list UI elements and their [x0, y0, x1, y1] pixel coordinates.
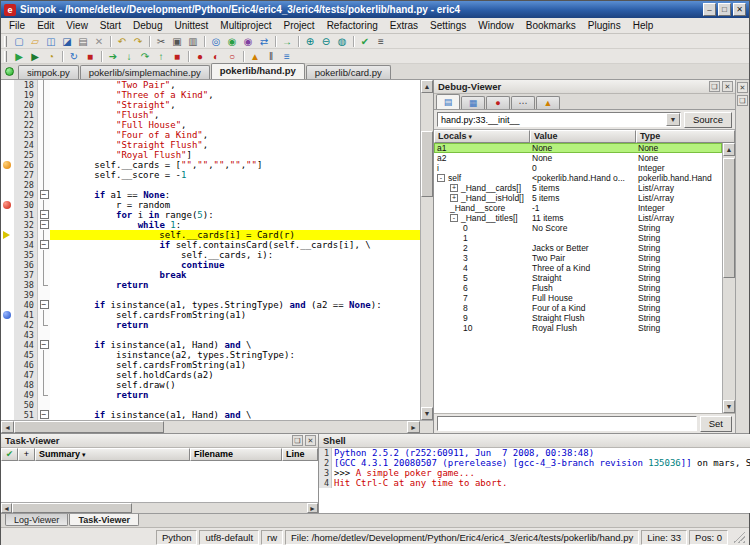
search-next-icon[interactable]: ◉: [225, 35, 239, 48]
task-horizontal-scrollbar[interactable]: ◄ ►: [1, 502, 318, 513]
code-text[interactable]: self.draw(): [50, 380, 420, 390]
fold-margin[interactable]: [38, 170, 50, 180]
call-trace-icon[interactable]: ≡: [280, 50, 294, 63]
line-number[interactable]: 37: [14, 270, 38, 280]
line-number[interactable]: 34: [14, 240, 38, 250]
breakpoints-tab[interactable]: ●: [486, 96, 510, 109]
code-text[interactable]: self.__cards, i):: [50, 250, 420, 260]
close-button[interactable]: ✕: [733, 3, 746, 16]
profile-script-icon[interactable]: ◔: [44, 50, 58, 63]
fold-margin[interactable]: −: [38, 240, 50, 250]
variable-row[interactable]: 8Four of a KindString: [434, 303, 722, 313]
fold-margin[interactable]: [38, 200, 50, 210]
code-text[interactable]: "Three of a Kind",: [50, 90, 420, 100]
marker-margin[interactable]: [1, 210, 14, 220]
debug-script-icon[interactable]: ▶: [28, 50, 42, 63]
marker-margin[interactable]: [1, 120, 14, 130]
replace-icon[interactable]: ⇄: [257, 35, 271, 48]
zoom-out-icon[interactable]: ⊖: [319, 35, 333, 48]
set-variable-input[interactable]: [437, 416, 697, 431]
fold-margin[interactable]: [38, 370, 50, 380]
fold-margin[interactable]: [38, 380, 50, 390]
marker-margin[interactable]: [1, 380, 14, 390]
tab-simpok-py[interactable]: simpok.py: [18, 65, 79, 79]
line-number[interactable]: 19: [14, 90, 38, 100]
globals-variables-tab[interactable]: ▦: [461, 96, 485, 109]
save-file-icon[interactable]: ◫: [44, 35, 58, 48]
code-text[interactable]: return: [50, 280, 420, 290]
task-list[interactable]: [1, 461, 318, 502]
line-number[interactable]: 48: [14, 380, 38, 390]
marker-margin[interactable]: [1, 170, 14, 180]
line-number[interactable]: 29: [14, 190, 38, 200]
code-text[interactable]: if isinstance(a1, Hand) and \: [50, 410, 420, 420]
step-over-icon[interactable]: ↷: [138, 50, 152, 63]
cut-icon[interactable]: ✂: [154, 35, 168, 48]
fold-margin[interactable]: [38, 390, 50, 400]
maximize-button[interactable]: □: [718, 3, 731, 16]
line-number[interactable]: 43: [14, 330, 38, 340]
fold-margin[interactable]: [38, 180, 50, 190]
priority-column-icon[interactable]: +: [18, 448, 35, 461]
fold-margin[interactable]: [38, 290, 50, 300]
line-number[interactable]: 47: [14, 370, 38, 380]
menu-refactoring[interactable]: Refactoring: [321, 19, 384, 32]
print-icon[interactable]: ▤: [76, 35, 90, 48]
line-number[interactable]: 21: [14, 110, 38, 120]
fold-collapse-icon[interactable]: −: [40, 190, 49, 199]
scroll-down-icon[interactable]: ▼: [723, 400, 735, 413]
editor-vertical-scrollbar[interactable]: ▲ ▼: [420, 80, 433, 420]
fold-margin[interactable]: [38, 80, 50, 90]
goto-line-icon[interactable]: →: [280, 35, 294, 48]
shell-line-text[interactable]: Python 2.5.2 (r252:60911, Jun 7 2008, 00…: [332, 448, 750, 458]
collapse-icon[interactable]: -: [450, 214, 458, 222]
line-number[interactable]: 36: [14, 260, 38, 270]
line-number[interactable]: 28: [14, 180, 38, 190]
fold-collapse-icon[interactable]: −: [40, 410, 49, 419]
menu-bookmarks[interactable]: Bookmarks: [520, 19, 582, 32]
step-out-icon[interactable]: ↑: [154, 50, 168, 63]
menu-debug[interactable]: Debug: [127, 19, 168, 32]
marker-margin[interactable]: [1, 310, 14, 320]
variable-row[interactable]: a2NoneNone: [434, 153, 722, 163]
menu-unittest[interactable]: Unittest: [168, 19, 214, 32]
marker-margin[interactable]: [1, 280, 14, 290]
column-header-filename[interactable]: Filename: [190, 448, 282, 461]
fold-margin[interactable]: [38, 310, 50, 320]
marker-margin[interactable]: [1, 350, 14, 360]
float-panel-button[interactable]: [292, 435, 303, 446]
code-text[interactable]: if self.containsCard(self.__cards[i], \: [50, 240, 420, 250]
marker-margin[interactable]: [1, 190, 14, 200]
redo-icon[interactable]: ↷: [131, 35, 145, 48]
fold-collapse-icon[interactable]: −: [40, 220, 49, 229]
marker-margin[interactable]: [1, 110, 14, 120]
line-number[interactable]: 39: [14, 290, 38, 300]
menu-start[interactable]: Start: [94, 19, 127, 32]
menu-window[interactable]: Window: [472, 19, 520, 32]
expand-icon[interactable]: +: [450, 194, 458, 202]
variable-row[interactable]: 5StraightString: [434, 273, 722, 283]
menu-settings[interactable]: Settings: [424, 19, 472, 32]
line-number[interactable]: 49: [14, 390, 38, 400]
set-button[interactable]: Set: [700, 416, 732, 432]
marker-margin[interactable]: [1, 240, 14, 250]
marker-margin[interactable]: [1, 250, 14, 260]
line-number[interactable]: 35: [14, 250, 38, 260]
variable-row[interactable]: 6FlushString: [434, 283, 722, 293]
code-text[interactable]: continue: [50, 260, 420, 270]
line-number[interactable]: 40: [14, 300, 38, 310]
variable-row[interactable]: 9Straight FlushString: [434, 313, 722, 323]
restart-icon[interactable]: ↻: [67, 50, 81, 63]
fold-margin[interactable]: [38, 110, 50, 120]
open-file-icon[interactable]: ▱: [28, 35, 42, 48]
fold-collapse-icon[interactable]: −: [40, 300, 49, 309]
scroll-track[interactable]: [723, 156, 735, 400]
menu-plugins[interactable]: Plugins: [582, 19, 627, 32]
collapse-icon[interactable]: -: [437, 174, 445, 182]
line-number[interactable]: 41: [14, 310, 38, 320]
dock-float-icon[interactable]: ❏: [737, 95, 748, 106]
menu-multiproject[interactable]: Multiproject: [214, 19, 277, 32]
marker-margin[interactable]: [1, 320, 14, 330]
marker-margin[interactable]: [1, 130, 14, 140]
shell-line-text[interactable]: Hit Ctrl-C at any time to abort.: [332, 478, 750, 488]
